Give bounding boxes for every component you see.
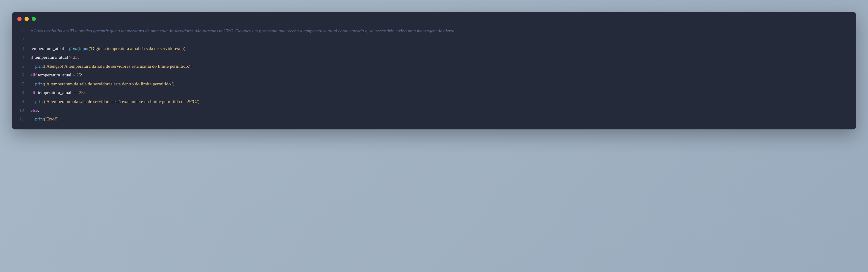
token-kw: else: [31, 108, 38, 113]
token-string: 'Erro!': [45, 116, 57, 121]
code-line: 9 print('A temperatura da sala de servid…: [12, 97, 856, 106]
token-string: 'A temperatura da sala de servidores est…: [45, 99, 198, 104]
token-string: 'A temperatura da sala de servidores est…: [45, 81, 173, 86]
line-number: 11: [12, 115, 31, 123]
code-line: 11 print('Erro!'): [12, 115, 856, 123]
token-ident: [31, 63, 35, 69]
code-line: 5 print('Atenção! A temperatura da sala …: [12, 62, 856, 70]
close-icon[interactable]: [18, 17, 22, 21]
token-paren: )): [182, 46, 185, 51]
code-window: 1# Lucas trabalha em TI e precisa garant…: [12, 12, 856, 129]
code-content: print('A temperatura da sala de servidor…: [31, 80, 174, 88]
token-op: <: [72, 72, 75, 77]
code-editor[interactable]: 1# Lucas trabalha em TI e precisa garant…: [12, 23, 856, 129]
token-num: 25: [79, 90, 84, 95]
maximize-icon[interactable]: [32, 17, 36, 21]
token-string: 'Digite a temperatura atual da sala de s…: [90, 46, 182, 51]
token-op: >: [69, 55, 72, 60]
code-line: 3temperatura_atual = float(input('Digite…: [12, 44, 856, 53]
token-ident: temperatura_atual: [33, 55, 69, 60]
line-number: 2: [12, 35, 31, 44]
token-num: 25: [73, 55, 78, 60]
token-paren: ): [173, 81, 174, 86]
code-content: if temperatura_atual > 25:: [31, 53, 79, 61]
token-string: 'Atenção! A temperatura da sala de servi…: [45, 63, 190, 69]
token-paren: ): [190, 63, 191, 69]
token-ident: temperatura_atual: [37, 72, 73, 77]
code-content: temperatura_atual = float(input('Digite …: [31, 44, 185, 53]
token-ident: :: [84, 90, 85, 95]
token-ident: :: [78, 55, 79, 60]
code-content: # Lucas trabalha em TI e precisa garanti…: [31, 26, 456, 35]
code-line: 6elif temperatura_atual < 25:: [12, 70, 856, 79]
code-content: print('A temperatura da sala de servidor…: [31, 97, 199, 106]
window-titlebar: [12, 12, 856, 23]
token-comment: # Lucas trabalha em TI e precisa garanti…: [31, 28, 456, 33]
token-ident: [31, 116, 35, 121]
code-line: 4if temperatura_atual > 25:: [12, 53, 856, 61]
token-ident: [31, 81, 35, 86]
token-num: 25: [76, 72, 81, 77]
line-number: 10: [12, 106, 31, 115]
minimize-icon[interactable]: [25, 17, 29, 21]
code-content: elif temperatura_atual == 25:: [31, 88, 85, 97]
line-number: 1: [12, 26, 31, 35]
token-ident: :: [38, 108, 39, 113]
code-content: print('Erro!'): [31, 115, 58, 123]
line-number: 6: [12, 70, 31, 79]
code-line: 1# Lucas trabalha em TI e precisa garant…: [12, 26, 856, 35]
token-kw: elif: [31, 72, 37, 77]
code-content: elif temperatura_atual < 25:: [31, 70, 82, 79]
token-call: print: [35, 81, 44, 86]
code-line: 7 print('A temperatura da sala de servid…: [12, 80, 856, 88]
token-paren: ): [57, 116, 58, 121]
line-number: 7: [12, 80, 31, 88]
line-number: 3: [12, 44, 31, 53]
code-content: print('Atenção! A temperatura da sala de…: [31, 62, 191, 70]
line-number: 4: [12, 53, 31, 61]
token-paren: ): [198, 99, 199, 104]
token-call: print: [35, 99, 44, 104]
code-line: 2: [12, 35, 856, 44]
token-ident: :: [81, 72, 82, 77]
token-op: =: [65, 46, 68, 51]
token-ident: temperatura_atual: [31, 46, 65, 51]
token-ident: [31, 99, 35, 104]
code-content: [31, 35, 32, 44]
token-call: print: [35, 116, 44, 121]
token-op: ==: [72, 90, 78, 95]
token-call: input: [79, 46, 89, 51]
token-builtin: float: [69, 46, 77, 51]
line-number: 5: [12, 62, 31, 70]
token-call: print: [35, 63, 44, 69]
line-number: 8: [12, 88, 31, 97]
line-number: 9: [12, 97, 31, 106]
code-content: else:: [31, 106, 39, 115]
code-line: 10else:: [12, 106, 856, 115]
token-kw: elif: [31, 90, 37, 95]
code-line: 8elif temperatura_atual == 25:: [12, 88, 856, 97]
token-ident: temperatura_atual: [37, 90, 73, 95]
